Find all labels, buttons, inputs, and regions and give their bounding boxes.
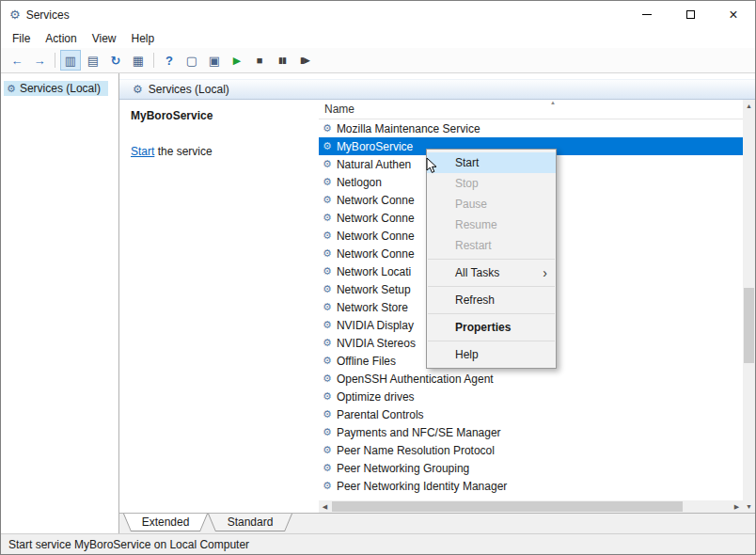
- service-icon: ⚙: [323, 140, 332, 152]
- services-icon: ⚙: [7, 83, 16, 95]
- tab-extended[interactable]: Extended: [123, 514, 208, 531]
- menu-item-help[interactable]: Help: [427, 344, 556, 365]
- service-name: Payments and NFC/SE Manager: [337, 426, 501, 439]
- scroll-down-arrow[interactable]: ▼: [743, 500, 755, 513]
- tab-standard[interactable]: Standard: [208, 514, 292, 531]
- stop-service-button[interactable]: ■: [249, 50, 270, 71]
- service-icon: ⚙: [323, 194, 332, 206]
- service-name: Optimize drives: [337, 390, 415, 404]
- menu-item-start[interactable]: Start: [427, 152, 556, 173]
- service-icon: ⚙: [323, 462, 332, 474]
- column-header-name[interactable]: Name ▲: [319, 100, 743, 119]
- service-row[interactable]: ⚙Peer Networking Grouping: [319, 459, 743, 477]
- column-header-label: Name: [324, 103, 354, 116]
- menu-help[interactable]: Help: [124, 30, 163, 47]
- properties-pane-button[interactable]: ▤: [83, 50, 103, 71]
- service-name: MyBoroService: [337, 140, 413, 153]
- vertical-scroll-thumb[interactable]: [744, 288, 754, 363]
- refresh-icon: ↻: [111, 54, 121, 68]
- horizontal-scrollbar[interactable]: ◀ ▶: [319, 500, 743, 513]
- menu-separator: [428, 341, 555, 341]
- minimize-button[interactable]: [625, 1, 669, 28]
- services-window: ⚙ Services × File Action View Help ← → ▥…: [0, 0, 756, 555]
- menu-view[interactable]: View: [85, 30, 124, 47]
- service-name: NVIDIA Stereos: [337, 337, 416, 350]
- menu-separator: [428, 259, 555, 260]
- scroll-left-arrow[interactable]: ◀: [319, 500, 331, 513]
- menu-item-properties[interactable]: Properties: [427, 317, 556, 338]
- back-icon: ←: [11, 54, 24, 68]
- tree-item-services-local[interactable]: ⚙ Services (Local): [4, 81, 108, 96]
- service-icon: ⚙: [323, 301, 332, 313]
- service-name: Network Locati: [337, 265, 411, 278]
- action-pane-button[interactable]: ▣: [204, 50, 225, 71]
- service-name: OpenSSH Authentication Agent: [337, 373, 494, 386]
- export-list-button[interactable]: ▦: [128, 50, 149, 71]
- view-tab-strip: Extended Standard: [119, 513, 755, 533]
- service-row[interactable]: ⚙Mozilla Maintenance Service: [319, 119, 743, 137]
- help-button[interactable]: ?: [159, 50, 180, 71]
- menu-item-pause: Pause: [427, 194, 556, 214]
- console-tree-icon: ▥: [65, 54, 76, 68]
- forward-button[interactable]: →: [29, 50, 50, 71]
- service-name: Netlogon: [337, 176, 382, 189]
- title-bar: ⚙ Services ×: [1, 1, 755, 28]
- help-icon: ?: [165, 54, 173, 68]
- menu-bar: File Action View Help: [1, 28, 755, 48]
- menu-file[interactable]: File: [5, 30, 38, 47]
- vertical-scrollbar[interactable]: ▲ ▼: [743, 100, 755, 513]
- service-icon: ⚙: [323, 480, 332, 492]
- toolbar-separator: [153, 53, 154, 68]
- content-header: ⚙ Services (Local): [119, 79, 755, 100]
- service-name: Peer Name Resolution Protocol: [337, 444, 495, 457]
- service-icon: ⚙: [323, 355, 332, 367]
- refresh-button[interactable]: ↻: [105, 50, 126, 71]
- app-icon: ⚙: [9, 8, 21, 22]
- tab-standard-label: Standard: [208, 514, 292, 531]
- pause-service-icon: ▮▮: [278, 56, 286, 65]
- menu-action[interactable]: Action: [38, 30, 84, 47]
- scroll-right-arrow[interactable]: ▶: [731, 500, 743, 513]
- back-button[interactable]: ←: [7, 50, 27, 71]
- service-row[interactable]: ⚙Parental Controls: [319, 405, 743, 423]
- extended-pane-button[interactable]: ▢: [181, 50, 202, 71]
- service-icon: ⚙: [323, 230, 332, 242]
- service-icon: ⚙: [323, 122, 332, 135]
- service-icon: ⚙: [323, 265, 332, 278]
- service-name: Peer Networking Grouping: [337, 462, 469, 475]
- service-name: Network Conne: [337, 247, 415, 261]
- service-name: Natural Authen: [337, 158, 411, 171]
- service-row[interactable]: ⚙Optimize drives: [319, 388, 743, 405]
- service-row[interactable]: ⚙OpenSSH Authentication Agent: [319, 370, 743, 388]
- menu-item-restart: Restart: [427, 235, 556, 256]
- service-name: Network Conne: [337, 212, 415, 225]
- show-console-tree-button[interactable]: ▥: [60, 50, 81, 71]
- mouse-cursor-icon: [426, 157, 438, 175]
- menu-item-refresh[interactable]: Refresh: [427, 290, 556, 310]
- pause-service-button[interactable]: ▮▮: [272, 50, 292, 71]
- status-text: Start service MyBoroService on Local Com…: [8, 538, 249, 551]
- selected-service-title: MyBoroService: [131, 109, 307, 122]
- service-icon: ⚙: [323, 337, 332, 349]
- menu-item-all-tasks[interactable]: All Tasks ›: [427, 262, 556, 283]
- maximize-button[interactable]: [669, 1, 712, 28]
- export-list-icon: ▦: [133, 54, 144, 68]
- horizontal-scroll-thumb[interactable]: [332, 501, 683, 512]
- service-name: Network Conne: [337, 230, 415, 243]
- menu-separator: [428, 313, 555, 314]
- close-button[interactable]: ×: [712, 1, 755, 28]
- tab-extended-label: Extended: [123, 514, 208, 531]
- service-row[interactable]: ⚙Payments and NFC/SE Manager: [319, 423, 743, 441]
- start-service-link[interactable]: Start: [131, 145, 154, 158]
- window-controls: ×: [625, 1, 755, 28]
- scroll-up-arrow[interactable]: ▲: [743, 100, 755, 112]
- forward-icon: →: [34, 54, 46, 68]
- main-area: ⚙ Services (Local) ⚙ Services (Local) My…: [1, 73, 755, 533]
- menu-item-resume: Resume: [427, 214, 556, 235]
- start-service-icon: ▶: [233, 55, 241, 67]
- service-icon: ⚙: [323, 408, 332, 420]
- service-row[interactable]: ⚙Peer Name Resolution Protocol: [319, 441, 743, 459]
- restart-service-button[interactable]: ▮▶: [294, 50, 315, 71]
- service-row[interactable]: ⚙Peer Networking Identity Manager: [319, 477, 743, 495]
- start-service-button[interactable]: ▶: [227, 50, 247, 71]
